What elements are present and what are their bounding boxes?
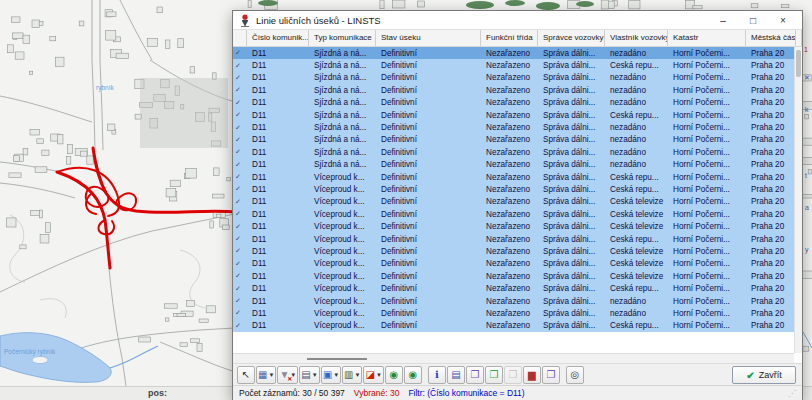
column-header[interactable] — [233, 30, 247, 46]
table-cell: Sjízdná a ná... — [309, 98, 376, 107]
table-cell: Horní Počerni... — [668, 197, 746, 206]
map-edge-label: a — [805, 204, 809, 211]
minimize-button[interactable]: – — [708, 12, 738, 29]
maximize-button[interactable]: □ — [738, 12, 768, 29]
table-cell: Praha 20 — [746, 123, 796, 132]
table-cell: D11 — [247, 173, 309, 182]
resize-grip-icon[interactable]: ⋰ — [788, 389, 796, 398]
table-view-button[interactable]: ▦▼ — [256, 366, 276, 384]
snapshot-button[interactable]: ◎ — [566, 366, 584, 384]
table-row[interactable]: ✓D11Sjízdná a ná...DefinitivníNezařazeno… — [233, 134, 802, 146]
table-cell: Česká televize — [605, 272, 668, 281]
table-cell: D11 — [247, 210, 309, 219]
table-row[interactable]: ✓D11Víceproud k...DefinitivníNezařazenoS… — [233, 258, 802, 270]
copy-button[interactable]: ❐ — [466, 366, 484, 384]
table-cell: Nezařazeno — [481, 73, 538, 82]
table-cell: Česká repu... — [605, 111, 668, 120]
table-row[interactable]: ✓D11Víceproud k...DefinitivníNezařazenoS… — [233, 196, 802, 208]
map-edge-label: t — [805, 172, 807, 179]
column-header[interactable]: Katastr — [668, 30, 746, 46]
table-cell: D11 — [247, 123, 309, 132]
table-cell: Víceproud k... — [309, 247, 376, 256]
close-button[interactable]: ✔ Zavřít — [732, 366, 796, 384]
export-table-button[interactable]: ▥▼ — [342, 366, 362, 384]
filter-clear-button[interactable]: ▼✕▼ — [277, 366, 298, 384]
table-row[interactable]: ✓D11Sjízdná a ná...DefinitivníNezařazeno… — [233, 109, 802, 121]
copy-special-button[interactable]: ❐ — [542, 366, 560, 384]
table-row[interactable]: ✓D11Víceproud k...DefinitivníNezařazenoS… — [233, 320, 802, 332]
table-row[interactable]: ✓D11Sjízdná a ná...DefinitivníNezařazeno… — [233, 47, 802, 59]
export-layout-button[interactable]: ▣▼ — [321, 366, 341, 384]
table-row[interactable]: ✓D11Víceproud k...DefinitivníNezařazenoS… — [233, 220, 802, 232]
table-cell: Praha 20 — [746, 247, 796, 256]
row-marker-icon: ✓ — [233, 198, 247, 206]
statistics-button[interactable]: ▆ — [523, 366, 541, 384]
info-button[interactable]: ℹ — [428, 366, 446, 384]
table-row[interactable]: ✓D11Víceproud k...DefinitivníNezařazenoS… — [233, 245, 802, 257]
export-report-button[interactable]: ◪▼ — [363, 366, 383, 384]
detail-form-button[interactable]: ▤ — [447, 366, 465, 384]
horizontal-scrollbar[interactable] — [233, 353, 794, 363]
locate-on-map-button[interactable]: ◉ — [404, 366, 422, 384]
table-cell: Praha 20 — [746, 148, 796, 157]
table-cell: D11 — [247, 272, 309, 281]
table-cell: Praha 20 — [746, 49, 796, 58]
vertical-scrollbar[interactable] — [794, 47, 802, 353]
table-cell: Definitivní — [376, 284, 481, 293]
vertical-scrollbar-thumb[interactable] — [796, 50, 801, 77]
table-cell: Správa dálni... — [538, 222, 605, 231]
table-cell: nezadáno — [605, 135, 668, 144]
map-place-label: Počernický rybník — [4, 348, 56, 356]
spreadsheet-icon: ▥ — [344, 370, 353, 380]
column-header[interactable]: Obla — [796, 30, 802, 46]
table-cell: Správa dálni... — [538, 135, 605, 144]
table-row[interactable]: ✓D11Sjízdná a ná...DefinitivníNezařazeno… — [233, 59, 802, 71]
table-cell: Nezařazeno — [481, 123, 538, 132]
column-header[interactable]: Správce vozovky — [538, 30, 605, 46]
table-row[interactable]: ✓D11Sjízdná a ná...DefinitivníNezařazeno… — [233, 84, 802, 96]
table-cell: Nezařazeno — [481, 297, 538, 306]
horizontal-scrollbar-thumb[interactable] — [307, 358, 367, 360]
table-cell: Sjízdná a ná... — [309, 148, 376, 157]
column-header[interactable]: Funkční třída — [481, 30, 538, 46]
table-cell: D11 — [247, 197, 309, 206]
duplicate-button[interactable]: ❐ — [485, 366, 503, 384]
close-x-button[interactable]: × — [768, 12, 798, 29]
table-row[interactable]: ✓D11Sjízdná a ná...DefinitivníNezařazeno… — [233, 97, 802, 109]
cursor-arrow-icon: ↖ — [242, 370, 250, 380]
column-header[interactable]: Městská část — [746, 30, 796, 46]
column-header[interactable]: Číslo komunik... — [247, 30, 309, 46]
table-row[interactable]: ✓D11Víceproud k...DefinitivníNezařazenoS… — [233, 282, 802, 294]
copy-sheets-icon: ❐ — [470, 370, 479, 380]
table-row[interactable]: ✓D11Víceproud k...DefinitivníNezařazenoS… — [233, 295, 802, 307]
table-row[interactable]: ✓D11Víceproud k...DefinitivníNezařazenoS… — [233, 270, 802, 282]
table-cell: Praha 20 — [746, 235, 796, 244]
zoom-to-selected-button[interactable]: ◉ — [385, 366, 403, 384]
table-row[interactable]: ✓D11Víceproud k...DefinitivníNezařazenoS… — [233, 171, 802, 183]
copy-sheets-green-icon: ❐ — [489, 370, 498, 380]
select-cursor-button[interactable]: ↖ — [237, 366, 255, 384]
table-cell: Česká repu... — [605, 321, 668, 330]
form-list-icon: ▤ — [451, 370, 460, 380]
table-cell: Nezařazeno — [481, 321, 538, 330]
table-cell: Nezařazeno — [481, 86, 538, 95]
table-cell: D11 — [247, 309, 309, 318]
table-row[interactable]: ✓D11Sjízdná a ná...DefinitivníNezařazeno… — [233, 72, 802, 84]
table-row[interactable]: ✓D11Sjízdná a ná...DefinitivníNezařazeno… — [233, 121, 802, 133]
table-cell: D11 — [247, 111, 309, 120]
table-cell: Nezařazeno — [481, 247, 538, 256]
table-cell: Definitivní — [376, 185, 481, 194]
table-row[interactable]: ✓D11Víceproud k...DefinitivníNezařazenoS… — [233, 183, 802, 195]
column-header[interactable]: Vlastník vozovky — [605, 30, 668, 46]
table-cell: Definitivní — [376, 197, 481, 206]
table-row[interactable]: ✓D11Víceproud k...DefinitivníNezařazenoS… — [233, 208, 802, 220]
table-row[interactable]: ✓D11Víceproud k...DefinitivníNezařazenoS… — [233, 233, 802, 245]
table-row[interactable]: ✓D11Víceproud k...DefinitivníNezařazenoS… — [233, 307, 802, 319]
column-header[interactable]: Stav úseku — [376, 30, 481, 46]
table-cell: Víceproud k... — [309, 210, 376, 219]
table-cell: Definitivní — [376, 321, 481, 330]
print-button[interactable]: ▤▼ — [299, 366, 319, 384]
table-row[interactable]: ✓D11Sjízdná a ná...DefinitivníNezařazeno… — [233, 146, 802, 158]
table-row[interactable]: ✓D11Sjízdná a ná...DefinitivníNezařazeno… — [233, 159, 802, 171]
column-header[interactable]: Typ komunikace — [309, 30, 376, 46]
